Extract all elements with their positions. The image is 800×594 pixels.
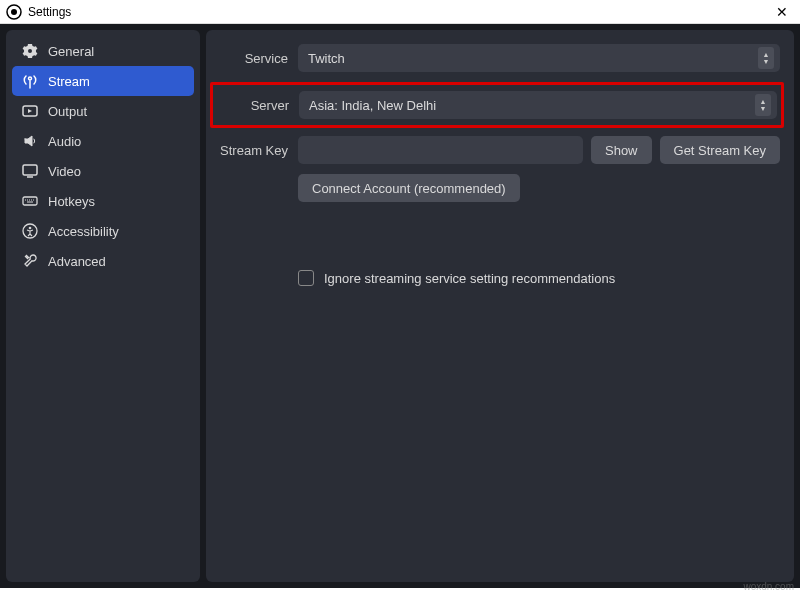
sidebar-item-advanced[interactable]: Advanced [12,246,194,276]
connect-account-button[interactable]: Connect Account (recommended) [298,174,520,202]
sidebar-item-label: Advanced [48,254,106,269]
ignore-recommendations-label: Ignore streaming service setting recomme… [324,271,615,286]
sidebar-item-audio[interactable]: Audio [12,126,194,156]
sidebar-item-label: Output [48,104,87,119]
sidebar-item-video[interactable]: Video [12,156,194,186]
sidebar-item-hotkeys[interactable]: Hotkeys [12,186,194,216]
content-panel: Service Twitch ▲▼ Server Asia: India, Ne… [206,30,794,582]
show-button[interactable]: Show [591,136,652,164]
keyboard-icon [22,193,38,209]
server-select[interactable]: Asia: India, New Delhi ▲▼ [299,91,777,119]
titlebar: Settings ✕ [0,0,800,24]
service-select[interactable]: Twitch ▲▼ [298,44,780,72]
close-icon[interactable]: ✕ [770,4,794,20]
svg-point-6 [29,227,32,230]
app-icon [6,4,22,20]
service-label: Service [212,51,298,66]
sidebar-item-label: Audio [48,134,81,149]
server-row-highlighted: Server Asia: India, New Delhi ▲▼ [210,82,784,128]
output-icon [22,103,38,119]
antenna-icon [22,73,38,89]
sidebar: General Stream Output Audio Video [6,30,200,582]
server-label: Server [217,98,299,113]
watermark: woxdn.com [743,581,794,592]
sidebar-item-output[interactable]: Output [12,96,194,126]
service-value: Twitch [308,51,345,66]
chevron-updown-icon: ▲▼ [755,94,771,116]
svg-point-1 [11,9,17,15]
sidebar-item-accessibility[interactable]: Accessibility [12,216,194,246]
monitor-icon [22,163,38,179]
get-stream-key-button[interactable]: Get Stream Key [660,136,780,164]
sidebar-item-stream[interactable]: Stream [12,66,194,96]
sidebar-item-label: General [48,44,94,59]
sidebar-item-label: Stream [48,74,90,89]
svg-rect-4 [23,197,37,205]
chevron-updown-icon: ▲▼ [758,47,774,69]
sidebar-item-label: Video [48,164,81,179]
server-value: Asia: India, New Delhi [309,98,436,113]
gear-icon [22,43,38,59]
window-title: Settings [28,5,770,19]
speaker-icon [22,133,38,149]
stream-key-label: Stream Key [212,143,298,158]
tools-icon [22,253,38,269]
ignore-recommendations-checkbox[interactable] [298,270,314,286]
stream-key-input[interactable] [298,136,583,164]
sidebar-item-general[interactable]: General [12,36,194,66]
svg-rect-3 [23,165,37,175]
accessibility-icon [22,223,38,239]
sidebar-item-label: Hotkeys [48,194,95,209]
sidebar-item-label: Accessibility [48,224,119,239]
